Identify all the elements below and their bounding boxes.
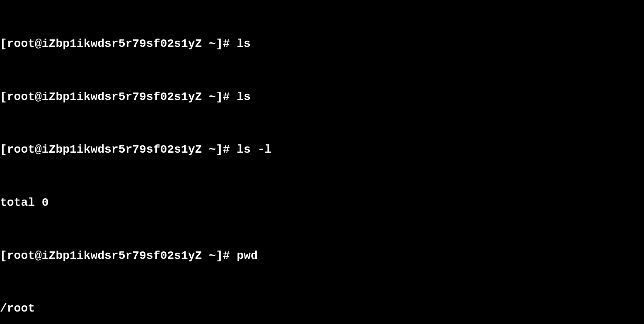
shell-prompt: [root@iZbp1ikwdsr5r79sf02s1yZ ~]# <box>0 143 237 156</box>
command-text: ls <box>237 37 251 50</box>
terminal-line: [root@iZbp1ikwdsr5r79sf02s1yZ ~]# ls -l <box>0 141 644 159</box>
terminal-window[interactable]: [root@iZbp1ikwdsr5r79sf02s1yZ ~]# ls [ro… <box>0 0 644 324</box>
command-text: ls <box>237 90 251 103</box>
terminal-line: [root@iZbp1ikwdsr5r79sf02s1yZ ~]# ls <box>0 88 644 106</box>
shell-prompt: [root@iZbp1ikwdsr5r79sf02s1yZ ~]# <box>0 37 237 50</box>
command-text: pwd <box>237 249 257 262</box>
shell-prompt: [root@iZbp1ikwdsr5r79sf02s1yZ ~]# <box>0 249 237 262</box>
output-text: /root <box>0 302 35 315</box>
terminal-line: [root@iZbp1ikwdsr5r79sf02s1yZ ~]# ls <box>0 35 644 53</box>
terminal-line: [root@iZbp1ikwdsr5r79sf02s1yZ ~]# pwd <box>0 247 644 265</box>
output-text: total 0 <box>0 196 49 209</box>
terminal-line: /root <box>0 300 644 318</box>
shell-prompt: [root@iZbp1ikwdsr5r79sf02s1yZ ~]# <box>0 90 237 103</box>
terminal-line: total 0 <box>0 194 644 212</box>
command-text: ls -l <box>237 143 271 156</box>
